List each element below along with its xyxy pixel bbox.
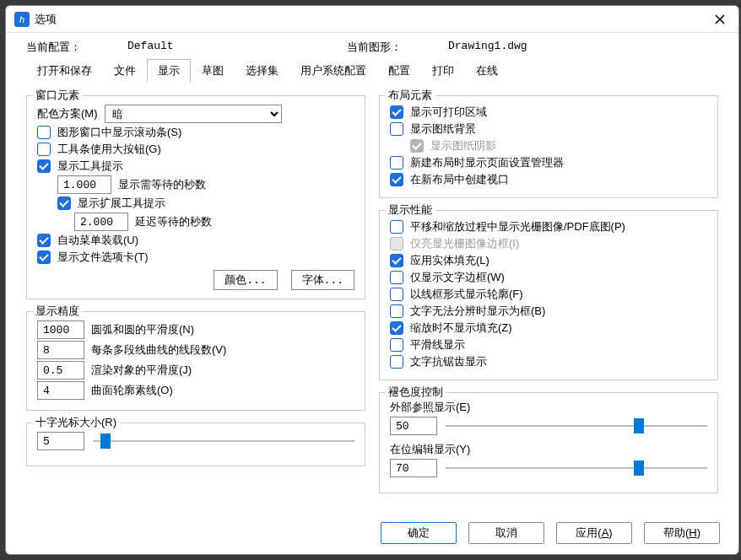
group-fade: 褪色度控制 外部参照显示(E) 在位编辑显示(Y) (379, 392, 718, 493)
newmgr-checkbox[interactable] (390, 156, 403, 170)
newvp-checkbox[interactable] (390, 173, 403, 186)
apply-button[interactable]: 应用(A) (556, 522, 632, 544)
textframe-checkbox[interactable] (390, 271, 403, 284)
current-config-label: 当前配置： (26, 40, 127, 55)
help-button[interactable]: 帮助(H) (644, 522, 720, 544)
printarea-label: 显示可打印区域 (410, 105, 487, 120)
textaa-label: 文字抗锯齿显示 (410, 354, 487, 369)
tooltips-label: 显示工具提示 (57, 159, 123, 174)
nofillzoom-label: 缩放时不显示填充(Z) (410, 320, 512, 336)
scrollbars-checkbox[interactable] (37, 126, 51, 139)
bigbuttons-checkbox[interactable] (37, 143, 51, 156)
surface-lines-label: 曲面轮廓素线(O) (91, 383, 173, 398)
left-column: 窗口元素 配色方案(M) 暗 图形窗口中显示滚动条(S) 工具条使用大按钮(G)… (26, 89, 365, 512)
raster-checkbox[interactable] (390, 220, 403, 234)
current-config-value: Default (127, 40, 347, 55)
edit-fade-slider[interactable] (446, 460, 707, 476)
textbox-checkbox[interactable] (390, 304, 403, 318)
tab-打开和保存[interactable]: 打开和保存 (26, 59, 103, 83)
textbox-label: 文字无法分辨时显示为框(B) (410, 304, 545, 319)
fonts-button[interactable]: 字体... (291, 270, 354, 290)
cancel-button[interactable]: 取消 (468, 522, 544, 544)
papershadow-checkbox (410, 139, 424, 153)
automenu-label: 自动菜单装载(U) (57, 233, 138, 248)
paperbg-label: 显示图纸背景 (410, 121, 476, 137)
textframe-label: 仅显示文字边框(W) (410, 270, 505, 285)
arc-smooth-input[interactable] (37, 320, 84, 339)
newvp-label: 在新布局中创建视口 (410, 172, 509, 187)
xref-fade-slider[interactable] (446, 418, 707, 433)
filetabs-label: 显示文件选项卡(T) (57, 250, 149, 265)
crosshair-slider[interactable] (93, 433, 354, 449)
nofillzoom-checkbox[interactable] (390, 321, 403, 335)
bigbuttons-label: 工具条使用大按钮(G) (57, 142, 161, 157)
current-drawing-label: 当前图形： (347, 40, 448, 55)
crosshair-input[interactable] (37, 432, 84, 450)
colorscheme-label: 配色方案(M) (37, 106, 98, 121)
paperbg-checkbox[interactable] (390, 122, 403, 136)
papershadow-label: 显示图纸阴影 (430, 138, 496, 153)
colors-button[interactable]: 颜色... (214, 270, 277, 290)
outline-label: 以线框形式显示轮廓(F) (410, 287, 523, 302)
group-layout: 布局元素 显示可打印区域 显示图纸背景 显示图纸阴影 新建布局时显示页面设置管理… (379, 95, 718, 198)
group-title: 窗口元素 (32, 88, 83, 103)
edit-fade-label: 在位编辑显示(Y) (390, 442, 707, 457)
tooltips-checkbox[interactable] (37, 159, 51, 173)
close-button[interactable] (710, 9, 730, 30)
tab-草图[interactable]: 草图 (191, 59, 235, 83)
highlight-label: 仅亮显光栅图像边框(I) (410, 236, 519, 251)
group-title: 十字光标大小(R) (32, 415, 120, 430)
filetabs-checkbox[interactable] (37, 250, 51, 264)
options-dialog: h 选项 当前配置： Default 当前图形： Drawing1.dwg 打开… (5, 5, 739, 555)
group-title: 布局元素 (385, 88, 435, 103)
smoothline-label: 平滑线显示 (410, 337, 465, 353)
footer: 确定 取消 应用(A) 帮助(H) (6, 515, 738, 554)
automenu-checkbox[interactable] (37, 234, 51, 247)
delay-seconds-label: 延迟等待的秒数 (135, 214, 212, 229)
group-performance: 显示性能 平移和缩放过程中显示光栅图像/PDF底图(P) 仅亮显光栅图像边框(I… (379, 210, 718, 380)
group-window-elements: 窗口元素 配色方案(M) 暗 图形窗口中显示滚动条(S) 工具条使用大按钮(G)… (26, 95, 365, 299)
solidfill-checkbox[interactable] (390, 254, 403, 267)
tab-文件[interactable]: 文件 (103, 59, 147, 83)
tab-显示[interactable]: 显示 (147, 59, 191, 83)
highlight-checkbox (390, 237, 403, 250)
close-icon (715, 14, 725, 24)
segments-label: 每条多段线曲线的线段数(V) (91, 342, 226, 358)
tab-content: 窗口元素 配色方案(M) 暗 图形窗口中显示滚动条(S) 工具条使用大按钮(G)… (6, 82, 738, 515)
render-smooth-input[interactable] (37, 361, 84, 380)
ext-tooltips-checkbox[interactable] (57, 197, 71, 210)
solidfill-label: 应用实体填充(L) (410, 253, 489, 268)
tab-配置[interactable]: 配置 (377, 59, 421, 83)
scrollbars-label: 图形窗口中显示滚动条(S) (57, 125, 181, 140)
textaa-checkbox[interactable] (390, 355, 403, 369)
xref-fade-label: 外部参照显示(E) (390, 400, 707, 415)
tab-打印[interactable]: 打印 (421, 59, 465, 83)
segments-input[interactable] (37, 341, 84, 359)
ok-button[interactable]: 确定 (381, 522, 457, 544)
app-icon: h (14, 12, 30, 27)
arc-smooth-label: 圆弧和圆的平滑度(N) (91, 322, 194, 337)
newmgr-label: 新建布局时显示页面设置管理器 (410, 155, 564, 170)
titlebar: h 选项 (6, 6, 738, 33)
tabs: 打开和保存文件显示草图选择集用户系统配置配置打印在线 (6, 58, 738, 82)
colorscheme-select[interactable]: 暗 (105, 105, 282, 123)
tab-在线[interactable]: 在线 (465, 59, 509, 83)
group-title: 显示精度 (32, 304, 83, 319)
group-title: 显示性能 (385, 202, 435, 218)
surface-lines-input[interactable] (37, 381, 84, 400)
smoothline-checkbox[interactable] (390, 338, 403, 352)
delay-seconds-input[interactable] (74, 213, 128, 231)
printarea-checkbox[interactable] (390, 105, 403, 119)
tab-用户系统配置[interactable]: 用户系统配置 (289, 59, 377, 83)
right-column: 布局元素 显示可打印区域 显示图纸背景 显示图纸阴影 新建布局时显示页面设置管理… (379, 89, 718, 512)
tooltip-seconds-label: 显示需等待的秒数 (118, 177, 206, 192)
outline-checkbox[interactable] (390, 288, 403, 301)
current-drawing-value: Drawing1.dwg (448, 40, 668, 55)
tab-选择集[interactable]: 选择集 (235, 59, 289, 83)
config-row: 当前配置： Default 当前图形： Drawing1.dwg (6, 33, 738, 58)
ext-tooltips-label: 显示扩展工具提示 (78, 196, 165, 211)
xref-fade-input[interactable] (390, 417, 437, 435)
group-title: 褪色度控制 (385, 385, 446, 400)
edit-fade-input[interactable] (390, 459, 437, 477)
tooltip-seconds-input[interactable] (57, 175, 111, 194)
